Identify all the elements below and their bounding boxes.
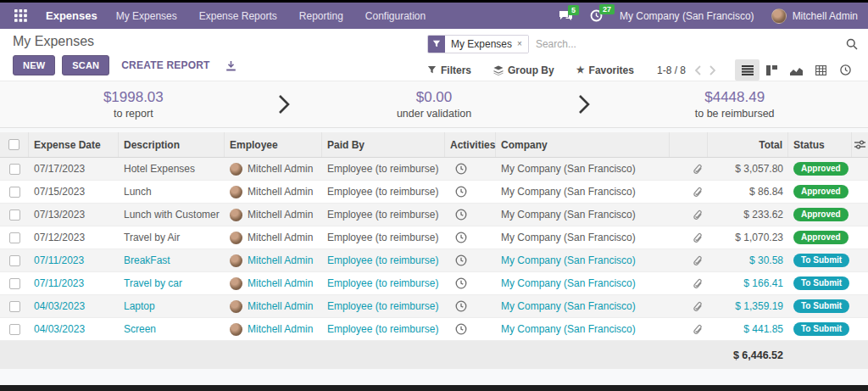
expense-row[interactable]: 07/17/2023 Hotel Expenses Mitchell Admin… [0,158,868,181]
cell-expense-date: 07/13/2023 [29,209,119,221]
kpi-to-report[interactable]: $1998.03 to report [0,89,267,120]
row-checkbox[interactable] [9,301,20,312]
paperclip-icon[interactable] [693,187,703,198]
activity-view-icon[interactable] [833,59,858,81]
cell-company: My Company (San Francisco) [496,163,670,175]
kanban-view-icon[interactable] [760,59,784,81]
star-icon: ★ [576,64,585,75]
header-expense-date[interactable]: Expense Date [29,132,119,157]
schedule-activity-icon[interactable] [455,254,467,266]
paperclip-icon[interactable] [693,164,703,175]
select-all-checkbox[interactable] [8,139,19,150]
kpi-under-validation[interactable]: $0.00 under validation [301,89,568,120]
cell-employee: Mitchell Admin [225,209,322,221]
cell-expense-date: 04/03/2023 [29,323,119,335]
header-company[interactable]: Company [496,132,670,157]
new-button[interactable]: NEW [13,55,55,75]
schedule-activity-icon[interactable] [455,232,467,243]
optional-columns-icon[interactable] [852,132,868,157]
expense-row[interactable]: 07/11/2023 Travel by car Mitchell Admin … [0,272,868,295]
apps-grid-icon[interactable] [10,6,31,26]
status-badge: To Submit [793,276,849,290]
layers-icon [493,65,504,75]
paperclip-icon[interactable] [693,232,703,243]
group-by-button[interactable]: Group By [493,64,554,76]
paperclip-icon[interactable] [693,209,703,221]
kpi-under-validation-amount: $0.00 [301,89,568,106]
user-menu[interactable]: Mitchell Admin [771,8,858,24]
header-status[interactable]: Status [788,132,852,157]
header-paid-by[interactable]: Paid By [322,132,445,157]
facet-remove-icon[interactable]: × [517,39,522,48]
expense-row[interactable]: 04/03/2023 Laptop Mitchell Admin Employe… [0,295,868,318]
header-description[interactable]: Description [119,132,225,157]
expense-row[interactable]: 04/03/2023 Screen Mitchell Admin Employe… [0,318,868,341]
row-checkbox[interactable] [9,232,20,243]
menu-reporting[interactable]: Reporting [299,10,343,22]
schedule-activity-icon[interactable] [455,300,467,312]
cell-expense-date: 07/12/2023 [29,232,119,243]
cell-paid-by: Employee (to reimburse) [322,209,445,221]
cell-employee: Mitchell Admin [225,277,322,290]
row-checkbox[interactable] [9,255,20,266]
navbar: Expenses My Expenses Expense Reports Rep… [0,3,868,29]
favorites-button[interactable]: ★ Favorites [576,64,634,76]
expense-rows: 07/17/2023 Hotel Expenses Mitchell Admin… [0,158,868,341]
header-total[interactable]: Total [708,132,788,157]
paperclip-icon[interactable] [693,278,703,289]
cell-total: $ 3,057.80 [708,163,788,175]
cell-description: Lunch [119,186,225,198]
graph-view-icon[interactable] [784,59,809,81]
pager-next-icon[interactable] [709,65,716,75]
schedule-activity-icon[interactable] [455,186,467,198]
download-icon[interactable] [225,60,236,71]
schedule-activity-icon[interactable] [455,163,467,175]
cell-description: Travel by Air [119,232,225,243]
schedule-activity-icon[interactable] [455,323,467,335]
filters-button[interactable]: Filters [427,64,471,76]
scan-button[interactable]: SCAN [62,55,109,75]
schedule-activity-icon[interactable] [455,277,467,289]
list-view-icon[interactable] [735,59,760,81]
messages-icon[interactable]: 5 [559,10,573,22]
header-employee[interactable]: Employee [225,132,322,157]
cell-expense-date: 07/15/2023 [29,186,119,198]
cell-company: My Company (San Francisco) [496,232,670,243]
table-footer: $ 6,446.52 [0,341,868,369]
row-checkbox[interactable] [9,187,20,198]
menu-configuration[interactable]: Configuration [365,10,426,22]
app-name[interactable]: Expenses [46,9,97,22]
row-checkbox[interactable] [9,164,20,175]
cell-total: $ 1,070.23 [708,232,788,243]
pager-range: 1-8 / 8 [657,64,686,76]
menu-expense-reports[interactable]: Expense Reports [199,10,277,22]
pager-prev-icon[interactable] [694,65,702,75]
paperclip-icon[interactable] [693,324,703,335]
row-checkbox[interactable] [9,278,20,289]
window-bottom-strip [0,385,868,391]
cell-company: My Company (San Francisco) [496,277,670,289]
expense-row[interactable]: 07/13/2023 Lunch with Customer Mitchell … [0,204,868,226]
activities-clock-icon[interactable]: 27 [590,9,603,22]
company-switcher[interactable]: My Company (San Francisco) [620,10,754,22]
create-report-button[interactable]: CREATE REPORT [116,55,214,75]
row-checkbox[interactable] [9,324,20,335]
search-input[interactable] [529,38,846,50]
expense-row[interactable]: 07/11/2023 BreakFast Mitchell Admin Empl… [0,249,868,272]
magnifier-icon[interactable] [846,38,858,50]
expense-dashboard: $1998.03 to report $0.00 under validatio… [0,81,868,128]
schedule-activity-icon[interactable] [455,209,467,221]
expense-row[interactable]: 07/15/2023 Lunch Mitchell Admin Employee… [0,181,868,204]
pivot-view-icon[interactable] [809,59,833,81]
employee-avatar [230,186,242,198]
paperclip-icon[interactable] [693,255,703,266]
row-checkbox[interactable] [9,209,20,221]
view-switcher [735,59,858,81]
header-activities[interactable]: Activities [445,132,496,157]
kpi-to-be-reimbursed[interactable]: $4448.49 to be reimbursed [601,89,868,120]
menu-my-expenses[interactable]: My Expenses [116,10,177,22]
paperclip-icon[interactable] [693,301,703,312]
cell-employee: Mitchell Admin [225,186,322,198]
kpi-to-be-reimbursed-amount: $4448.49 [601,89,868,106]
expense-row[interactable]: 07/12/2023 Travel by Air Mitchell Admin … [0,226,868,249]
